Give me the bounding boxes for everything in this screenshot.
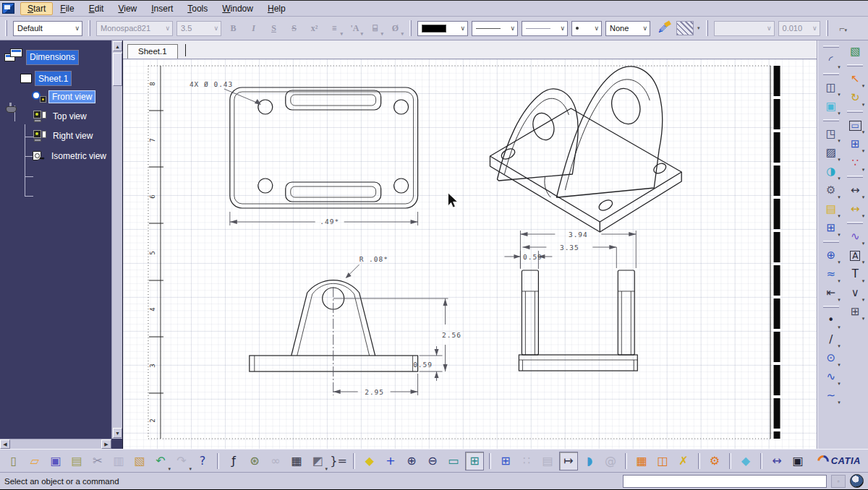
superscript-button[interactable]: x² [306,20,323,36]
dropdown-arrow-icon[interactable]: ▾ [838,157,841,163]
scroll-down-icon[interactable]: ▼ [113,428,122,438]
framed-text-icon[interactable]: A▾ [846,247,864,264]
toolbar-handle[interactable] [409,20,412,36]
scroll-up-icon[interactable]: ▲ [113,41,122,51]
spiral-icon[interactable]: @ [601,452,620,470]
line-weight-select[interactable]: ∨ [472,21,518,36]
weld-symbol-icon[interactable]: ⌐▾ [834,20,853,37]
undo-icon[interactable]: ↶▾ [151,452,170,470]
layer-select[interactable]: None∨ [605,21,650,36]
painter-wave-icon[interactable]: ≈▾ [822,266,840,283]
tree-node-dimensions[interactable]: Dimensions [4,48,79,66]
menu-help[interactable]: Help [260,2,293,15]
knowledge-advisor-icon[interactable]: ⊛ [245,452,264,470]
surface-3d-icon[interactable]: ◗ [580,452,599,470]
dropdown-arrow-icon[interactable]: ▾ [838,343,841,349]
measure-icon[interactable]: ↔ [767,452,786,470]
scroll-right-icon[interactable]: ▶ [101,439,111,449]
paste-icon[interactable]: ▧ [130,452,149,470]
no-show-icon[interactable]: ✗ [674,452,693,470]
sheet-tab[interactable]: Sheet.1 [127,44,178,59]
toolbar-handle[interactable] [5,20,7,36]
italic-button[interactable]: I [245,20,262,36]
dropdown-arrow-icon[interactable]: ▾ [862,259,865,265]
dropdown-arrow-icon[interactable]: ▾ [862,213,865,219]
gear-view-icon[interactable]: ⚙▾ [822,182,840,199]
print-icon[interactable]: ▤ [67,452,86,470]
dropdown-arrow-icon[interactable]: ▾ [838,381,841,387]
dropdown-arrow-icon[interactable]: ▾ [838,213,841,219]
dropdown-arrow-icon[interactable]: ▾ [838,278,841,284]
tree-node-right-view[interactable]: Right view [33,130,95,142]
tree-label-top-view[interactable]: Top view [50,111,90,122]
dimension-system-icon[interactable]: ↦ [559,452,578,470]
design-table-icon[interactable]: ▦ [287,452,306,470]
point-type-select[interactable]: ∨ [571,21,602,36]
grid-icon[interactable]: ⊞ [496,452,515,470]
dropdown-arrow-icon[interactable]: ▾ [862,241,865,246]
section-cut-icon[interactable]: ▨▾ [822,145,840,161]
whats-this-icon[interactable]: ? [193,452,212,470]
dropdown-arrow-icon[interactable]: ▾ [862,194,865,200]
dropdown-arrow-icon[interactable]: ▾ [838,138,841,144]
tree-label-right-view[interactable]: Right view [50,130,95,142]
toolbar-handle[interactable] [826,20,828,36]
snap-to-point-icon[interactable]: ∷ [517,452,536,470]
table-icon[interactable]: ⊞▾ [822,220,840,236]
tree-node-top-view[interactable]: Top view [33,111,90,122]
view-wizard-icon[interactable]: ◑▾ [822,163,840,180]
save-icon[interactable]: ▣ [46,452,65,470]
bold-button[interactable]: B [225,20,242,36]
line-type-select[interactable]: ∨ [522,21,568,36]
dropdown-arrow-icon[interactable]: ▾ [838,176,841,181]
dropdown-arrow-icon[interactable]: ▾ [189,466,192,472]
power-input[interactable] [623,475,827,488]
erase-3d-icon[interactable]: ◆ [736,452,755,470]
graphic-painter-icon[interactable]: 🖉 [654,20,673,37]
view-layout-icon[interactable]: ⊞▾ [846,136,864,152]
copy-icon[interactable]: ▥ [109,452,128,470]
strikethrough-button[interactable]: S [286,20,302,36]
formula-icon[interactable]: ƒ [224,452,243,470]
mirror-view-icon[interactable]: ◫▾ [822,79,840,96]
zoom-out-icon[interactable]: ⊖ [423,452,442,470]
rotate-view-icon[interactable]: ↻▾ [846,90,864,106]
tree-label-front-view[interactable]: Front view [49,91,95,103]
dropdown-arrow-icon[interactable]: ▾ [838,324,841,330]
link-icon[interactable]: ∞ [266,452,285,470]
text-frame-button[interactable]: ⌸▾ [367,20,383,36]
dropdown-arrow-icon[interactable]: ▾ [862,83,865,89]
create-multi-view-icon[interactable]: ⊞ [465,452,484,470]
color-select[interactable]: ∨ [417,21,468,36]
toolbar-handle[interactable] [88,20,90,36]
scroll-left-icon[interactable]: ◀ [0,439,10,449]
dropdown-arrow-icon[interactable]: ▾ [325,466,328,472]
tree-node-sheet[interactable]: Sheet.1 [20,71,72,86]
analysis-display-icon[interactable]: ▤ [538,452,557,470]
profile-icon[interactable]: ∿▾ [822,369,840,385]
drawing-canvas[interactable]: 8 7 6 5 4 3 2 [123,59,817,449]
pan-icon[interactable]: + [381,452,400,470]
dropdown-arrow-icon[interactable]: ▾ [838,362,841,368]
font-select[interactable]: Monospac821∨ [96,21,173,36]
menu-edit[interactable]: Edit [82,2,111,15]
cut-icon[interactable]: ✂ [88,452,107,470]
dropdown-arrow-icon[interactable]: ▾ [838,64,841,70]
line-icon[interactable]: ∕▾ [822,331,840,348]
new-view-icon[interactable]: ▭▾ [846,117,864,134]
working-support-icon[interactable]: ▦ [632,452,651,470]
dropdown-arrow-icon[interactable]: ▾ [838,194,841,200]
visualization-filter-icon[interactable]: ◫ [653,452,672,470]
menu-view[interactable]: View [111,2,144,15]
dropdown-arrow-icon[interactable]: ▾ [838,400,841,405]
front-view-geometry[interactable] [250,280,418,371]
dropdown-arrow-icon[interactable]: ▾ [838,259,841,265]
font-size-select[interactable]: 3.5∨ [176,21,221,36]
insert-symbol-button[interactable]: 'A▾ [346,20,363,36]
spline-icon[interactable]: ∼▾ [822,387,840,404]
expand-button[interactable]: ▫ [831,475,846,488]
application-icon[interactable] [2,3,14,14]
menu-tools[interactable]: Tools [180,2,215,15]
sheet-transform-icon[interactable]: ▤▾ [822,201,840,218]
isometric-view-icon[interactable]: ◳▾ [822,126,840,142]
